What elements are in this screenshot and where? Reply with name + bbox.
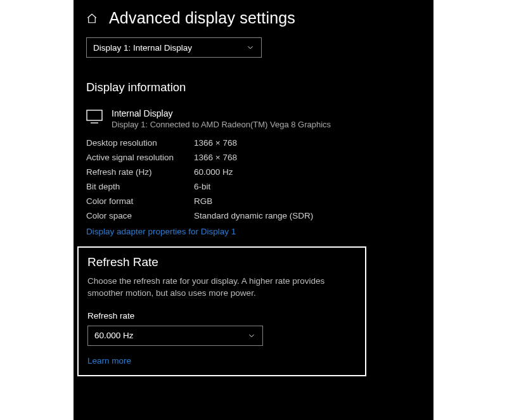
chevron-down-icon (246, 43, 255, 52)
table-row: Active signal resolution 1366 × 768 (86, 153, 421, 162)
page-header: Advanced display settings (86, 9, 421, 27)
svg-rect-0 (87, 110, 102, 120)
refresh-rate-section: Refresh Rate Choose the refresh rate for… (77, 246, 366, 376)
table-row: Bit depth 6-bit (86, 182, 421, 191)
chevron-down-icon (247, 331, 256, 340)
home-icon[interactable] (86, 13, 98, 24)
property-value: 6-bit (194, 182, 210, 191)
refresh-rate-description: Choose the refresh rate for your display… (87, 276, 356, 300)
display-select-value: Display 1: Internal Display (93, 43, 192, 53)
property-label: Bit depth (86, 182, 194, 191)
table-row: Desktop resolution 1366 × 768 (86, 138, 421, 148)
property-label: Active signal resolution (86, 153, 194, 162)
refresh-rate-label: Refresh rate (87, 311, 356, 321)
table-row: Color format RGB (86, 196, 421, 206)
property-label: Refresh rate (Hz) (86, 167, 194, 177)
refresh-rate-select[interactable]: 60.000 Hz (87, 326, 263, 346)
adapter-properties-link[interactable]: Display adapter properties for Display 1 (86, 227, 236, 236)
property-value: Standard dynamic range (SDR) (194, 211, 313, 220)
property-value: 1366 × 768 (194, 153, 237, 162)
table-row: Color space Standard dynamic range (SDR) (86, 211, 421, 220)
refresh-rate-select-value: 60.000 Hz (94, 331, 134, 340)
settings-panel: Advanced display settings Display 1: Int… (74, 0, 433, 420)
display-properties-table: Desktop resolution 1366 × 768 Active sig… (86, 138, 421, 220)
refresh-rate-heading: Refresh Rate (87, 255, 356, 269)
property-value: 1366 × 768 (194, 138, 237, 148)
property-value: 60.000 Hz (194, 167, 233, 177)
learn-more-link[interactable]: Learn more (87, 356, 131, 366)
property-value: RGB (194, 196, 212, 206)
table-row: Refresh rate (Hz) 60.000 Hz (86, 167, 421, 177)
property-label: Color space (86, 211, 194, 220)
display-header: Internal Display Display 1: Connected to… (86, 108, 421, 129)
property-label: Color format (86, 196, 194, 206)
property-label: Desktop resolution (86, 138, 194, 148)
display-select[interactable]: Display 1: Internal Display (86, 37, 262, 58)
display-connection: Display 1: Connected to AMD Radeon(TM) V… (112, 120, 331, 129)
page-title: Advanced display settings (109, 9, 295, 27)
display-name: Internal Display (112, 108, 331, 118)
monitor-icon (86, 108, 103, 124)
display-information-heading: Display information (86, 80, 421, 94)
